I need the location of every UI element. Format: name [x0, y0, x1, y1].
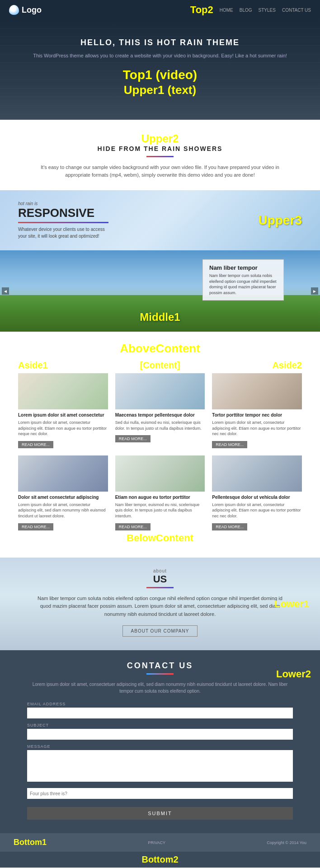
- card-title-1: Lorem ipsum dolor sit amet consectetur: [18, 412, 108, 418]
- lower2-label: Lower2: [276, 668, 311, 680]
- middle1-card: Nam liber tempor Nam liber tempor cum so…: [202, 259, 284, 300]
- lower1-divider: [146, 587, 174, 588]
- email-label: EMAIL ADDRESS: [27, 702, 293, 706]
- card-title-5: Etiam non augue eu tortor porttitor: [115, 494, 205, 500]
- above-content-section: AboveContent: [0, 332, 320, 360]
- above-content-label: AboveContent: [18, 342, 302, 356]
- lower2-text: Lorem ipsum dolor sit amet, consectetuer…: [27, 681, 293, 694]
- header: Logo Top2 HOME BLOG STYLES CONTACT US: [0, 0, 320, 20]
- middle1-section: Nam liber tempor Nam liber tempor cum so…: [0, 250, 320, 332]
- logo-icon: [9, 5, 19, 15]
- content-section: Aside1 [Content] Aside2 Lorem ipsum dolo…: [0, 360, 320, 558]
- card-image-1: [18, 373, 108, 409]
- middle1-card-text: Nam liber tempor cum soluta nobis eleife…: [209, 273, 277, 296]
- lower1-about: about: [36, 568, 284, 573]
- footer-privacy[interactable]: PRIVACY: [148, 840, 165, 845]
- nav-contact[interactable]: CONTACT US: [282, 8, 311, 13]
- bottom2-label: Bottom2: [3, 854, 317, 865]
- upper2-text: It's easy to change our sample video bac…: [36, 164, 284, 179]
- footer: Bottom1 PRIVACY Copyright © 2014 You: [0, 833, 320, 852]
- card-3: Tortor porttitor tempor nec dolor Lorem …: [212, 373, 302, 448]
- subject-input[interactable]: [27, 729, 293, 740]
- logo-area: Logo: [9, 5, 42, 15]
- card-5: Etiam non augue eu tortor porttitor Nam …: [115, 455, 205, 530]
- aside1-label: Aside1: [18, 360, 48, 371]
- upper3-desc: Whatever device your clients use to acce…: [18, 226, 108, 239]
- upper3-tag: hot rain is: [18, 201, 108, 206]
- lower1-us: US: [36, 573, 284, 585]
- nav-area: Top2 HOME BLOG STYLES CONTACT US: [190, 4, 311, 16]
- upper2-label: Upper2: [36, 132, 284, 145]
- lower1-label: Lower1: [274, 598, 309, 610]
- bottom1-label: Bottom1: [14, 838, 47, 847]
- upper2-divider: [146, 156, 174, 157]
- logo-text: Logo: [22, 5, 42, 15]
- content-grid: Lorem ipsum dolor sit amet consectetur L…: [18, 373, 302, 530]
- grid-labels-row: Aside1 [Content] Aside2: [18, 360, 302, 372]
- lower1-text: Nam liber tempor cum soluta nobis eleife…: [36, 595, 284, 619]
- arrow-right-icon[interactable]: ►: [311, 287, 318, 295]
- card-4: Dolor sit amet consectetur adipiscing Lo…: [18, 455, 108, 530]
- subject-label: SUBJECT: [27, 723, 293, 727]
- captcha-group: [27, 788, 293, 799]
- card-title-3: Tortor porttitor tempor nec dolor: [212, 412, 302, 418]
- hero-top1: Top1 (video): [27, 67, 293, 83]
- below-content-label-row: BelowContent: [18, 530, 302, 549]
- card-text-1: Lorem ipsum dolor sit amet, consectetur …: [18, 420, 108, 437]
- contact-form: EMAIL ADDRESS SUBJECT MESSAGE SUBMIT: [27, 702, 293, 820]
- read-more-btn-3[interactable]: READ MORE...: [212, 441, 247, 448]
- subject-group: SUBJECT: [27, 723, 293, 740]
- content-center-label: [Content]: [140, 360, 180, 371]
- middle1-label: Middle1: [140, 311, 180, 324]
- nav-styles[interactable]: STYLES: [259, 8, 276, 13]
- lower2-title: CONTACT US: [27, 661, 293, 671]
- upper3-left: hot rain is RESPONSIVE Whatever device y…: [18, 201, 108, 239]
- upper2-section: Upper2 HIDE FROM THE RAIN SHOWERS It's e…: [0, 120, 320, 190]
- card-text-6: Lorem ipsum dolor sit amet, consectetur …: [212, 502, 302, 519]
- card-image-3: [212, 373, 302, 409]
- card-6: Pellentesque dolor ut vehicula dolor Lor…: [212, 455, 302, 530]
- card-title-6: Pellentesque dolor ut vehicula dolor: [212, 494, 302, 500]
- aside2-label: Aside2: [272, 360, 302, 371]
- middle1-card-title: Nam liber tempor: [209, 264, 277, 271]
- card-1: Lorem ipsum dolor sit amet consectetur L…: [18, 373, 108, 448]
- read-more-btn-1[interactable]: READ MORE...: [18, 441, 53, 448]
- upper3-label: Upper3: [259, 213, 302, 228]
- lower2-divider: [146, 673, 174, 675]
- card-title-2: Maecenas tempor pellentesque dolor: [115, 412, 205, 418]
- hero-upper1: Upper1 (text): [27, 83, 293, 97]
- card-text-3: Lorem ipsum dolor sit amet, consectetur …: [212, 420, 302, 437]
- card-image-2: [115, 373, 205, 409]
- upper2-subtitle: HIDE FROM THE RAIN SHOWERS: [36, 145, 284, 152]
- read-more-btn-6[interactable]: READ MORE...: [212, 523, 247, 530]
- card-text-4: Lorem ipsum dolor sit amet, consectetur …: [18, 502, 108, 519]
- hero-subtitle: This WordPress theme allows you to creat…: [27, 52, 293, 60]
- message-group: MESSAGE: [27, 744, 293, 784]
- hero-title: HELLO, THIS IS HOT RAIN THEME: [27, 38, 293, 47]
- nav-top2[interactable]: Top2: [190, 4, 213, 16]
- footer-copyright: Copyright © 2014 You: [267, 840, 306, 845]
- card-title-4: Dolor sit amet consectetur adipiscing: [18, 494, 108, 500]
- upper3-responsive: RESPONSIVE: [18, 206, 108, 223]
- nav-home[interactable]: HOME: [220, 8, 233, 13]
- read-more-btn-2[interactable]: READ MORE...: [115, 435, 151, 442]
- upper3-section: hot rain is RESPONSIVE Whatever device y…: [0, 190, 320, 250]
- arrow-left-icon[interactable]: ◄: [2, 287, 9, 295]
- submit-button[interactable]: SUBMIT: [27, 807, 293, 820]
- card-image-5: [115, 455, 205, 492]
- nav-blog[interactable]: BLOG: [240, 8, 252, 13]
- lower2-section: CONTACT US Lorem ipsum dolor sit amet, c…: [0, 650, 320, 833]
- captcha-input[interactable]: [27, 788, 293, 799]
- email-input[interactable]: [27, 708, 293, 718]
- read-more-btn-4[interactable]: READ MORE...: [18, 523, 53, 530]
- message-textarea[interactable]: [27, 750, 293, 782]
- hero-section: HELLO, THIS IS HOT RAIN THEME This WordP…: [0, 20, 320, 120]
- email-group: EMAIL ADDRESS: [27, 702, 293, 718]
- card-text-5: Nam liber tempor, euismod eu nisi, scele…: [115, 502, 205, 519]
- read-more-btn-5[interactable]: READ MORE...: [115, 523, 151, 530]
- card-text-2: Sed dui nulla, euismod eu nisi, sceleris…: [115, 420, 205, 431]
- card-image-6: [212, 455, 302, 492]
- about-company-button[interactable]: ABOUT OUR COMPANY: [122, 625, 198, 637]
- lower1-section: about US Nam liber tempor cum soluta nob…: [0, 558, 320, 651]
- message-label: MESSAGE: [27, 744, 293, 749]
